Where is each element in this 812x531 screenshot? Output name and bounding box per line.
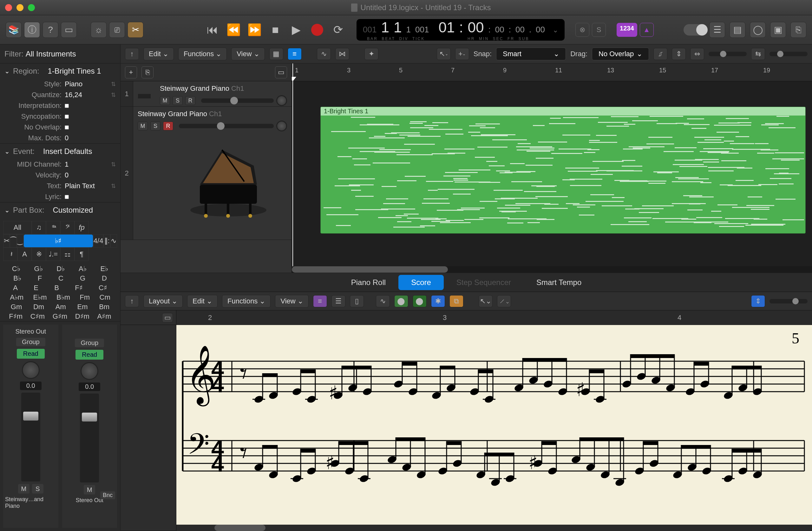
ch2-mute[interactable]: M [84,485,95,494]
pointer-tool[interactable]: ↖⌄ [437,48,451,60]
score-layout-menu[interactable]: Layout⌄ [143,295,183,308]
staff-region-header[interactable] [120,325,176,531]
syncopation-row[interactable]: Syncopation: [0,111,120,122]
duplicate-track-button[interactable]: ⎘ [142,66,154,79]
key-cell[interactable]: G [80,274,85,282]
key-cell[interactable]: B♭ [13,274,21,282]
ch2-pan-knob[interactable] [81,362,98,380]
partbox-text-icon[interactable]: A [17,248,32,261]
arrange-area[interactable]: 135791113151719 1-Bright Tines 1 [292,64,812,273]
ch2-group[interactable]: Group [75,339,104,347]
partbox-trill-icon[interactable]: ∿ [111,234,117,248]
ch2-automation-read[interactable]: Read [75,350,103,360]
key-cell[interactable]: C♯m [30,312,45,321]
functions-menu[interactable]: Functions⌄ [178,47,227,60]
key-cell[interactable]: G♯m [53,312,67,321]
zoom-focus-button[interactable]: ⇆ [751,48,765,60]
drag-select[interactable]: No Overlap⌄ [592,47,649,60]
key-cell[interactable]: D [102,274,107,282]
global-tracks-button[interactable]: ▭ [275,66,287,79]
editors-button[interactable]: ✂︎ [128,22,143,38]
partbox-barline-icon[interactable]: ‖: [103,234,110,248]
key-cell[interactable]: C♯ [99,284,107,292]
flex-button[interactable]: ⋈ [335,48,349,60]
key-cell[interactable]: Gm [11,303,22,311]
key-cell[interactable]: C [58,274,63,282]
key-cell[interactable]: E♭ [100,265,108,273]
partbox-coda-icon[interactable]: ※ [32,248,46,261]
partbox-notes-icon[interactable]: ♫ [32,221,46,234]
score-edit-menu[interactable]: Edit⌄ [187,295,218,308]
forward-button[interactable]: ⏩ [247,22,262,38]
score-view[interactable]: 2345 5 𝄞𝄢4444𝄾𝄾♯♯♯♯ [176,310,812,531]
partbox-cut-icon[interactable]: ✂ [3,234,10,248]
key-cell[interactable]: F♯m [9,312,23,321]
key-cell[interactable]: A♭ [79,265,87,273]
go-to-beginning-button[interactable]: ⏮ [205,22,220,38]
metronome-button[interactable]: ▲ [640,23,654,37]
midi-channel-row[interactable]: MIDI Channel:1⇅ [0,159,120,170]
track-1-mute[interactable]: M [160,96,170,105]
ch1-output[interactable]: Stereo Out [15,328,46,335]
key-cell[interactable]: Dm [33,303,44,311]
key-cell[interactable]: B♭m [56,293,70,302]
smart-controls-button[interactable]: ☼ [91,22,106,38]
partbox-timesig-icon[interactable]: 4/4 [93,234,104,248]
quantize-row[interactable]: Quantize:16,24⇅ [0,89,120,100]
master-volume-slider[interactable] [683,24,705,36]
arrange-ruler[interactable]: 135791113151719 [292,64,812,81]
stop-button[interactable]: ■ [268,22,283,38]
midi-transform-button[interactable]: ✦ [364,48,378,60]
partbox-bass-clef-icon[interactable]: 𝄢 [60,221,74,234]
max-dots-row[interactable]: Max. Dots:0 [0,133,120,143]
add-track-button[interactable]: + [125,66,137,79]
list-editors-button[interactable]: ☰ [709,22,725,38]
partbox-slur-icon[interactable]: ⁀ [10,234,16,248]
partbox-all[interactable]: All [3,221,32,234]
pencil-tool[interactable]: +⌄ [455,48,469,60]
ch1-group[interactable]: Group [16,338,45,346]
track-1-solo[interactable]: S [173,96,183,105]
midi-region[interactable]: 1-Bright Tines 1 [320,107,806,234]
automation-curve-button[interactable]: ∿ [317,48,331,60]
snap-select[interactable]: Smart⌄ [496,47,566,60]
key-cell[interactable]: G♭ [34,265,43,273]
text-style-row[interactable]: Text:Plain Text⇅ [0,181,120,191]
partbox-tie-icon[interactable]: ‿ [17,234,24,248]
no-overlap-row[interactable]: No Overlap: [0,122,120,133]
view-menu[interactable]: View⌄ [231,47,264,60]
midi-out-button[interactable]: ⬤ [413,295,426,307]
key-cell[interactable]: Em [77,303,88,311]
score-functions-menu[interactable]: Functions⌄ [222,295,271,308]
vertical-zoom-slider[interactable] [709,52,746,56]
track-2-volume[interactable] [179,124,274,128]
page-view-button[interactable]: ▯ [350,295,364,307]
quick-help-button[interactable]: ? [43,22,58,38]
ch1-pan-value[interactable]: 0.0 [20,381,42,390]
key-cell[interactable]: Cm [100,293,111,302]
track-2-rec[interactable]: R [163,122,173,130]
tab-smart-tempo[interactable]: Smart Tempo [524,275,594,290]
track-2-solo[interactable]: S [150,122,160,130]
catch-playhead-button[interactable]: ✱ [431,295,445,307]
score-layout-tool[interactable]: ⟋⌄ [497,295,511,307]
lyric-row[interactable]: Lyric: [0,191,120,202]
edit-menu[interactable]: Edit⌄ [143,47,174,60]
score-zoom-slider[interactable] [769,299,808,304]
loop-browser-button[interactable]: ◯ [750,22,766,38]
partbox-pedal-icon[interactable]: 𝆮 [46,221,60,234]
score-pointer-tool[interactable]: ↖⌄ [479,295,493,307]
key-cell[interactable]: D♭ [56,265,65,273]
grid-view-button[interactable]: ▦ [269,48,283,60]
inspector-filter[interactable]: Filter: All Instruments [0,44,120,63]
key-cell[interactable]: F [38,274,42,282]
media-browser-button[interactable]: ▣ [770,22,786,38]
key-cell[interactable]: D♯m [75,312,89,321]
lcd-display[interactable]: 001 1 1 1 001 BAR BEAT DIV TICK 01: 00 :… [357,19,565,41]
notepad-button[interactable]: ▤ [729,22,745,38]
ch2-bounce[interactable]: Bnc [100,491,115,499]
ch1-automation-read[interactable]: Read [17,349,45,359]
score-up-button[interactable]: ↑ [125,295,139,307]
list-view-button[interactable]: ≡ [288,48,302,60]
key-cell[interactable]: A [13,284,18,292]
